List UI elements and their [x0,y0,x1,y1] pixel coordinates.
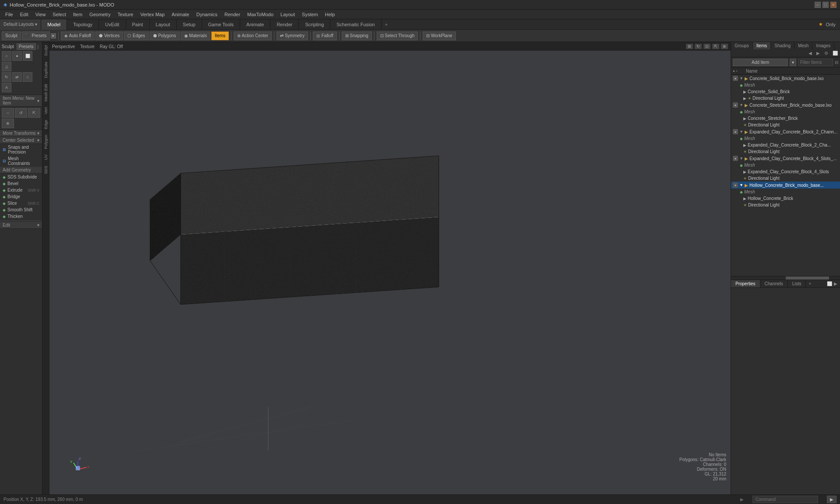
bpanel-settings-icon[interactable]: ▶ [834,281,837,286]
tree-file-1[interactable]: ● ▼ ▶ Concrete_Solid_Brick_modo_base.lxo [731,75,840,82]
tree-mesh-2b[interactable]: ▶ Concrete_Stretcher_Brick [731,115,840,122]
viewport[interactable]: Perspective Texture Ray GL: Off ⊞ ↻ ⊡ ⇱ … [49,42,731,494]
bpanel-channels[interactable]: Channels [760,280,788,287]
vtab-vert[interactable]: Vert [42,104,49,117]
tool-bevel[interactable]: ◆ Bevel [0,180,42,187]
menu-view[interactable]: View [32,10,49,19]
menu-vertexmap[interactable]: Vertex Map [137,10,168,19]
snaps-precision-item[interactable]: ⊞ Snaps and Precision [0,144,42,155]
expand-1[interactable]: ▼ [739,76,743,80]
add-item-dropdown[interactable]: ▾ [790,59,796,66]
add-geometry-header[interactable]: Add Geometry [0,167,42,174]
items-button[interactable]: Items [211,32,229,40]
vp-icon-2[interactable]: ↻ [695,44,702,49]
tool-flip[interactable]: ⇌ [12,72,22,82]
select-through-button[interactable]: ⊡ Select Through [377,32,418,40]
tree-file-4[interactable]: ● ▼ ▶ Expanded_Clay_Concrete_Block_4_Slo… [731,155,840,162]
menu-layout[interactable]: Layout [277,10,298,19]
tool-circle[interactable]: ○ [2,51,11,61]
menu-render[interactable]: Render [221,10,244,19]
tool-smooth-shift[interactable]: ◆ Smooth Shift [0,206,42,213]
move-btn[interactable]: ↔ [2,108,14,118]
tree-mesh-4b[interactable]: ▶ Expanded_Clay_Concrete_Block_4_Slots [731,168,840,175]
mesh-constraints-item[interactable]: ⊟ Mesh Constraints [0,155,42,167]
tool-sds-subdivide[interactable]: ◆ SDS Subdivide [0,174,42,180]
tab-model[interactable]: Model [41,19,67,30]
rpanel-items[interactable]: Items [753,42,771,49]
add-tab-button[interactable]: + [382,22,391,27]
bpanel-properties[interactable]: Properties [731,280,760,287]
expand-2[interactable]: ▼ [739,103,743,107]
tool-cone[interactable]: △ [2,62,11,71]
tab-scripting[interactable]: Scripting [299,19,330,30]
edit-header[interactable]: Edit ▾ [0,222,42,229]
tree-mesh-5b[interactable]: ▶ Hollow_Concrete_Brick [731,195,840,202]
tree-file-2[interactable]: ● ▼ ▶ Concrete_Stretcher_Brick_modo_base… [731,102,840,108]
tool-sphere[interactable]: ● [12,51,22,61]
menu-item[interactable]: Item [70,10,86,19]
vis-icon-3[interactable]: ● [733,129,738,134]
rpanel-shading[interactable]: Shading [771,42,794,49]
rotate-btn[interactable]: ↺ [15,108,27,118]
tab-schematic[interactable]: Schematic Fusion [330,19,381,30]
tree-mesh-2a[interactable]: ◆ Mesh [731,108,840,115]
presets-extra-button[interactable]: ▸ [51,33,56,38]
tab-animate[interactable]: Animate [240,19,270,30]
tab-gametools[interactable]: Game Tools [202,19,241,30]
menu-help[interactable]: Help [322,10,339,19]
vp-icon-4[interactable]: ⇱ [712,44,719,49]
tree-mesh-4a[interactable]: ◆ Mesh [731,162,840,168]
filter-icon[interactable]: ⊟ [835,60,838,65]
materials-button[interactable]: ◉ Materials [181,32,210,40]
tree-light-5[interactable]: ☀ Directional Light [731,202,840,208]
vtab-mesh-edit[interactable]: Mesh Edit [42,81,49,104]
tool-arch[interactable]: ∩ [23,72,32,82]
menu-animate[interactable]: Animate [168,10,192,19]
vtab-sculpt[interactable]: Sculpt [42,42,49,59]
vtab-edge[interactable]: Edge [42,117,49,132]
tab-render[interactable]: Render [270,19,299,30]
filter-items-input[interactable] [798,59,833,66]
tab-paint[interactable]: Paint [126,19,150,30]
vis-icon-4[interactable]: ● [733,156,738,161]
tool-cylinder[interactable]: ⬜ [23,51,32,61]
presets-button[interactable]: ⬛ Presets [22,32,50,40]
rpanel-images[interactable]: Images [812,42,834,49]
expand-4[interactable]: ▼ [739,156,743,161]
vp-icon-5[interactable]: ⊕ [721,44,728,49]
col-vis-icon[interactable]: ● [733,69,735,73]
tree-file-5[interactable]: ● ▼ ▶ Hollow_Concrete_Brick_modo_base... [731,182,840,189]
bpanel-lists[interactable]: Lists [788,280,806,287]
tool-extrude[interactable]: ◆ Extrude Shift V [0,187,42,193]
more-transforms-header[interactable]: More Transforms ▾ [0,130,42,137]
menu-file[interactable]: File [2,10,17,19]
polygons-button[interactable]: ⬢ Polygons [150,32,180,40]
col-lock-icon[interactable]: + [736,69,738,73]
scale-btn[interactable]: ⇱ [28,108,40,118]
vtab-sds[interactable]: SDS [42,163,49,177]
expand-3[interactable]: ▼ [739,130,743,134]
expand-5[interactable]: ▼ [739,183,743,187]
tree-mesh-3b[interactable]: ▶ Expanded_Clay_Concrete_Block_2_Cha... [731,142,840,148]
rpanel-next[interactable]: ▶ [814,49,822,57]
vtab-polygon[interactable]: Polygon [42,132,49,152]
vis-icon-5[interactable]: ● [733,182,738,188]
tab-setup[interactable]: Setup [177,19,202,30]
presets-pin[interactable]: | [38,45,38,49]
maximize-button[interactable]: □ [822,2,829,8]
tab-topology[interactable]: Topology [67,19,99,30]
center-selected-header[interactable]: Center Selected ▾ [0,137,42,144]
rpanel-groups[interactable]: Groups [731,42,753,49]
tool-slice[interactable]: ◆ Slice Shift C [0,200,42,206]
tree-mesh-5a[interactable]: ◆ Mesh [731,189,840,195]
rpanel-prev[interactable]: ◀ [806,49,814,57]
layout-dropdown[interactable]: Default Layouts ▾ [4,22,37,27]
tree-mesh-1a[interactable]: ◆ Mesh [731,82,840,88]
item-menu-header[interactable]: Item Menu: New Item ▾ [0,95,42,107]
falloff-button[interactable]: ◎ Falloff [313,32,337,40]
vertices-button[interactable]: ⬟ Vertices [95,32,123,40]
tool-thicken[interactable]: ◆ Thicken [0,213,42,220]
item-tree[interactable]: ● ▼ ▶ Concrete_Solid_Brick_modo_base.lxo… [731,75,840,276]
menu-geometry[interactable]: Geometry [86,10,114,19]
menu-system[interactable]: System [298,10,322,19]
